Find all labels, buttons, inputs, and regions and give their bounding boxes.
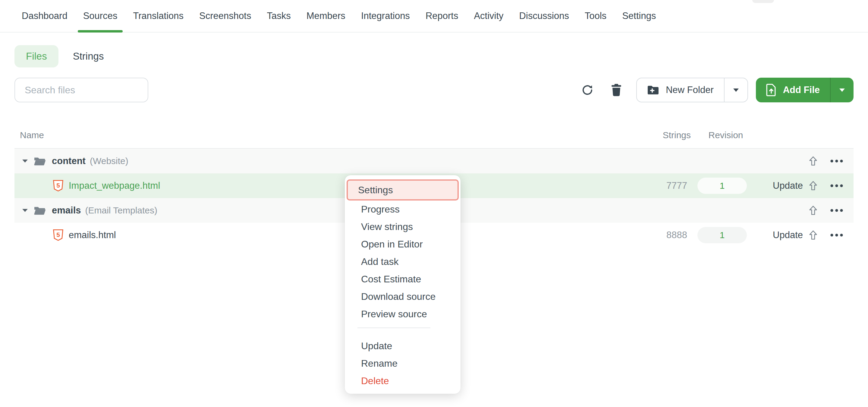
nav-item-translations[interactable]: Translations [125, 0, 191, 32]
menu-item-update[interactable]: Update [345, 337, 461, 354]
file-name: Impact_webpage.html [69, 180, 160, 191]
sources-page: Dashboard Sources Translations Screensho… [0, 0, 868, 407]
add-file-split-button: Add File [756, 78, 854, 102]
header-strings: Strings [624, 130, 691, 140]
ellipsis-icon [830, 184, 843, 188]
svg-text:5: 5 [56, 182, 60, 189]
ellipsis-icon [830, 209, 843, 212]
more-actions-button[interactable] [828, 157, 846, 165]
menu-item-open-in-editor[interactable]: Open in Editor [345, 235, 461, 253]
project-nav: Dashboard Sources Translations Screensho… [0, 0, 868, 33]
update-link[interactable]: Update [773, 180, 803, 191]
folder-note: (Website) [90, 156, 128, 166]
new-folder-dropdown-button[interactable] [724, 78, 747, 102]
folder-note: (Email Templates) [85, 205, 158, 215]
table-header: Name Strings Revision [14, 102, 854, 149]
folder-name: emails [52, 205, 81, 216]
add-file-label: Add File [783, 84, 820, 95]
files-toolbar: New Folder Add File [14, 78, 854, 102]
new-folder-split-button: New Folder [636, 78, 748, 102]
folder-open-icon [34, 206, 46, 215]
file-name: emails.html [69, 230, 116, 240]
strings-count: 8888 [666, 230, 687, 240]
file-context-menu: Settings Progress View strings Open in E… [345, 175, 461, 394]
file-upload-icon [766, 84, 776, 96]
menu-item-progress[interactable]: Progress [345, 201, 461, 218]
tab-strings[interactable]: Strings [73, 50, 104, 62]
revision-badge[interactable]: 1 [698, 227, 747, 243]
upload-arrow-icon [809, 181, 818, 191]
menu-item-view-strings[interactable]: View strings [345, 218, 461, 235]
menu-item-preview-source[interactable]: Preview source [345, 305, 461, 323]
svg-text:5: 5 [56, 231, 60, 238]
refresh-icon [581, 84, 594, 96]
trash-icon [611, 84, 622, 96]
upload-translations-button[interactable] [806, 154, 820, 169]
upload-arrow-icon [809, 156, 818, 166]
table-row-folder-content[interactable]: content (Website) [14, 149, 854, 173]
upload-translations-button[interactable] [806, 228, 820, 243]
header-name: Name [14, 130, 624, 140]
source-view-tabs: Files Strings [14, 45, 868, 67]
menu-divider [358, 328, 430, 328]
folder-name: content [52, 156, 86, 167]
add-file-button[interactable]: Add File [756, 78, 830, 102]
html5-file-icon: 5 [53, 229, 63, 241]
menu-item-settings[interactable]: Settings [347, 179, 459, 201]
nav-item-reports[interactable]: Reports [418, 0, 466, 32]
menu-item-add-task[interactable]: Add task [345, 253, 461, 270]
search-input[interactable] [14, 78, 148, 102]
nav-item-members[interactable]: Members [299, 0, 353, 32]
nav-item-settings[interactable]: Settings [614, 0, 664, 32]
more-actions-button[interactable] [828, 181, 846, 190]
menu-item-delete[interactable]: Delete [345, 372, 461, 389]
nav-item-screenshots[interactable]: Screenshots [191, 0, 259, 32]
more-actions-button[interactable] [828, 231, 846, 239]
nav-item-tasks[interactable]: Tasks [259, 0, 299, 32]
add-file-dropdown-button[interactable] [831, 78, 854, 102]
nav-item-integrations[interactable]: Integrations [353, 0, 418, 32]
ellipsis-icon [830, 233, 843, 237]
new-folder-label: New Folder [666, 84, 714, 95]
tab-files[interactable]: Files [14, 45, 59, 67]
folder-open-icon [34, 156, 46, 166]
menu-item-cost-estimate[interactable]: Cost Estimate [345, 270, 461, 288]
upload-translations-button[interactable] [806, 203, 820, 218]
delete-selected-button[interactable] [606, 78, 627, 102]
upload-arrow-icon [809, 205, 818, 215]
caret-down-icon [839, 89, 845, 92]
caret-down-icon [733, 89, 739, 92]
new-folder-button[interactable]: New Folder [637, 78, 724, 102]
header-revision: Revision [691, 130, 761, 140]
nav-item-discussions[interactable]: Discussions [512, 0, 577, 32]
html5-file-icon: 5 [53, 180, 63, 192]
collapse-folder-button[interactable] [22, 158, 28, 164]
nav-item-sources[interactable]: Sources [75, 0, 125, 32]
revision-badge[interactable]: 1 [698, 178, 747, 194]
folder-plus-icon [647, 85, 659, 95]
strings-count: 7777 [666, 180, 687, 191]
more-actions-button[interactable] [828, 206, 846, 215]
update-link[interactable]: Update [773, 230, 803, 240]
upload-arrow-icon [809, 230, 818, 240]
nav-item-activity[interactable]: Activity [466, 0, 511, 32]
menu-item-download-source[interactable]: Download source [345, 288, 461, 305]
collapse-folder-button[interactable] [22, 208, 28, 213]
ellipsis-icon [830, 159, 843, 163]
top-edge-artifact [752, 0, 774, 3]
menu-item-rename[interactable]: Rename [345, 354, 461, 372]
nav-item-dashboard[interactable]: Dashboard [14, 0, 75, 32]
refresh-button[interactable] [577, 78, 598, 102]
nav-item-tools[interactable]: Tools [577, 0, 614, 32]
upload-translations-button[interactable] [806, 178, 820, 193]
